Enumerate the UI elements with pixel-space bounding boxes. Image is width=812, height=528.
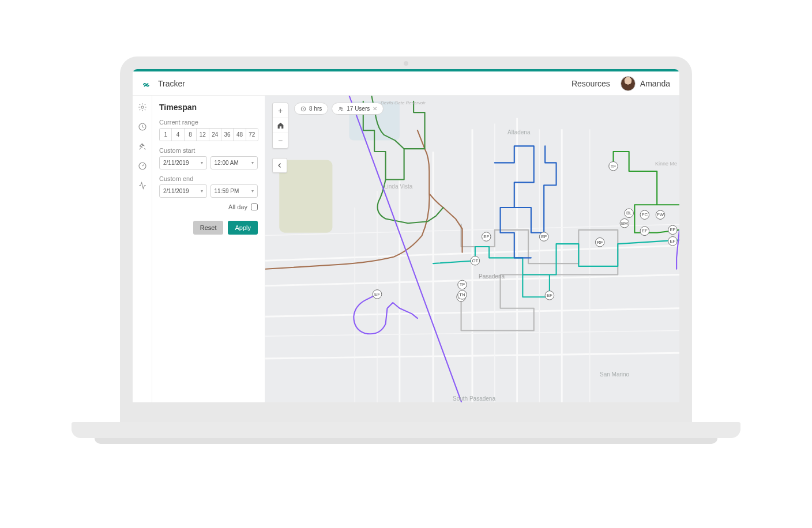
topbar-left: Tracker xyxy=(142,78,185,89)
custom-end-date[interactable]: 2/11/2019▾ xyxy=(159,184,207,198)
map-marker-label: FC xyxy=(642,212,648,217)
content: Timespan Current range 1481224364872 Cus… xyxy=(133,96,679,402)
topbar-right: Resources Amanda xyxy=(572,76,670,91)
svg-point-24 xyxy=(341,107,343,108)
gauge-icon[interactable] xyxy=(138,161,147,171)
custom-end-time[interactable]: 11:59 PM▾ xyxy=(210,184,258,198)
range-option-4[interactable]: 4 xyxy=(172,129,184,141)
custom-start-time[interactable]: 12:00 AM▾ xyxy=(210,156,258,169)
collapse-panel-button[interactable] xyxy=(272,158,287,173)
map-marker-label: EF xyxy=(374,292,380,297)
all-day-row: All day xyxy=(159,203,258,210)
range-option-72[interactable]: 72 xyxy=(246,129,258,141)
user-menu[interactable]: Amanda xyxy=(621,76,670,91)
users-chip[interactable]: 17 Users ✕ xyxy=(332,103,384,115)
range-segmented: 1481224364872 xyxy=(159,128,258,141)
app-title: Tracker xyxy=(158,79,185,88)
place-pasadena: Pasadena xyxy=(479,273,505,280)
place-kinne: Kinne Me xyxy=(655,161,677,167)
map-marker-label: OT xyxy=(472,258,478,263)
home-icon xyxy=(277,122,284,129)
timespan-panel: Timespan Current range 1481224364872 Cus… xyxy=(152,96,265,402)
all-day-label: All day xyxy=(228,203,247,210)
map-marker-label: BM xyxy=(621,221,628,226)
gear-icon[interactable] xyxy=(138,103,147,112)
range-option-36[interactable]: 36 xyxy=(221,129,234,141)
resources-link[interactable]: Resources xyxy=(572,79,610,88)
users-icon xyxy=(338,106,344,112)
range-option-12[interactable]: 12 xyxy=(197,129,209,141)
avatar xyxy=(621,76,636,91)
camera-notch xyxy=(404,61,408,66)
map-svg: EFEFEFOTTFTNEFEFTFBLBMRFFCFWEFEFEF xyxy=(265,96,679,402)
logo-icon xyxy=(142,78,152,89)
panel-title: Timespan xyxy=(159,103,258,112)
place-south-pasadena: South Pasadena xyxy=(453,395,495,402)
zoom-out-button[interactable]: − xyxy=(273,133,288,148)
map-marker-label: BL xyxy=(626,210,632,216)
map-controls: + − xyxy=(272,103,288,149)
map-marker-label: RF xyxy=(597,240,603,245)
map-marker-label: EF xyxy=(483,234,489,239)
map-marker-label: EF xyxy=(642,228,648,233)
map-marker-label: EF xyxy=(547,293,552,298)
custom-start-label: Custom start xyxy=(159,147,258,154)
chevron-down-icon: ▾ xyxy=(251,188,254,194)
map-marker-label: TF xyxy=(460,282,465,287)
filter-chips: 8 hrs 17 Users ✕ xyxy=(294,103,384,115)
chevron-left-icon xyxy=(276,162,283,169)
reset-button[interactable]: Reset xyxy=(193,221,224,235)
map-area[interactable]: EFEFEFOTTFTNEFEFTFBLBMRFFCFWEFEFEF Altad… xyxy=(265,96,679,402)
current-range-label: Current range xyxy=(159,119,258,126)
apply-button[interactable]: Apply xyxy=(228,221,258,235)
user-name: Amanda xyxy=(640,79,670,88)
activity-icon[interactable] xyxy=(138,181,147,190)
app-root: Tracker Resources Amanda xyxy=(133,69,679,402)
place-linda-vista: Linda Vista xyxy=(384,183,412,190)
svg-point-0 xyxy=(141,106,144,108)
topbar: Tracker Resources Amanda xyxy=(133,71,679,96)
range-option-1[interactable]: 1 xyxy=(160,129,172,141)
range-option-8[interactable]: 8 xyxy=(185,129,197,141)
chevron-down-icon: ▾ xyxy=(251,160,254,165)
zoom-in-button[interactable]: + xyxy=(273,103,288,118)
map-marker-label: EF xyxy=(670,239,675,244)
duration-chip[interactable]: 8 hrs xyxy=(294,103,328,115)
place-devils-gate: Devils Gate Reservoir xyxy=(381,100,426,105)
screen: Tracker Resources Amanda xyxy=(120,56,692,425)
laptop-frame: Tracker Resources Amanda xyxy=(72,56,740,472)
clock-icon[interactable] xyxy=(138,122,147,131)
close-icon[interactable]: ✕ xyxy=(373,105,377,112)
home-button[interactable] xyxy=(273,118,288,133)
map-marker-label: EF xyxy=(541,234,547,239)
range-option-24[interactable]: 24 xyxy=(209,129,221,141)
range-option-48[interactable]: 48 xyxy=(234,129,246,141)
map-marker-label: TF xyxy=(611,164,616,169)
svg-rect-4 xyxy=(279,160,332,233)
satellite-icon[interactable] xyxy=(138,142,147,151)
custom-start-date[interactable]: 2/11/2019▾ xyxy=(159,156,207,169)
laptop-base xyxy=(72,422,740,438)
chevron-down-icon: ▾ xyxy=(201,160,203,165)
custom-end-label: Custom end xyxy=(159,175,258,182)
all-day-checkbox[interactable] xyxy=(251,203,258,210)
map-marker-label: FW xyxy=(657,212,664,217)
svg-point-23 xyxy=(340,107,341,109)
map-marker-label: TN xyxy=(459,292,465,297)
place-san-marino: San Marino xyxy=(600,371,629,378)
clock-icon xyxy=(300,106,306,112)
chevron-down-icon: ▾ xyxy=(201,188,203,194)
map-marker-label: EF xyxy=(670,227,675,232)
icon-rail xyxy=(133,96,152,402)
place-altadena: Altadena xyxy=(507,129,530,135)
